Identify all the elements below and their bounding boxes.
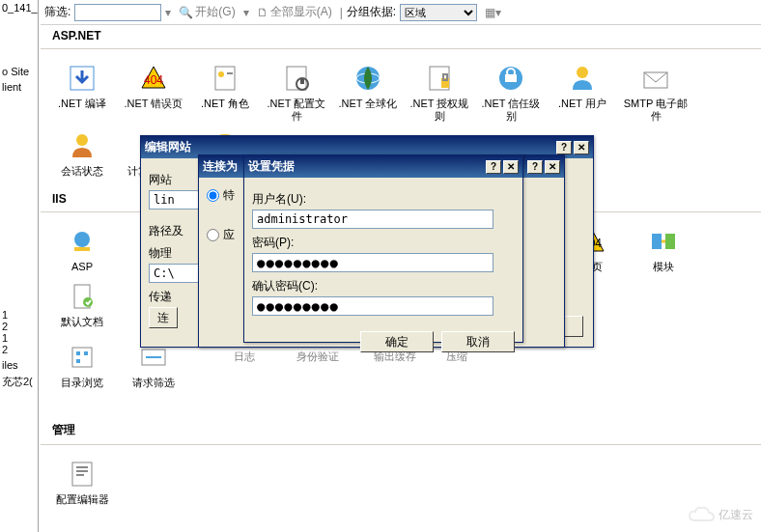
net-trust-item[interactable]: .NET 信任级别 — [477, 59, 545, 126]
help-button[interactable]: ? — [527, 160, 543, 174]
icon-label: 目录浏览 — [61, 377, 103, 389]
close-button[interactable]: ✕ — [574, 141, 589, 154]
watermark: 亿速云 — [688, 505, 753, 524]
section-aspnet: ASP.NET — [41, 25, 761, 46]
group-label: 分组依据: — [347, 4, 396, 20]
svg-rect-34 — [76, 359, 80, 363]
dirbrowse-item[interactable]: 目录浏览 — [48, 338, 116, 393]
password-input[interactable] — [252, 253, 493, 272]
icon-label: 请求筛选 — [132, 377, 175, 389]
net-error-item[interactable]: 404 .NET 错误页 — [120, 59, 187, 126]
icon-label: ASP — [71, 261, 93, 273]
svg-rect-27 — [652, 234, 662, 249]
username-label: 用户名(U): — [252, 191, 515, 208]
help-button[interactable]: ? — [556, 141, 572, 154]
tree-pane: 0_141_ o Site lient 1 2 1 2 iles 充芯2( — [0, 0, 39, 532]
icon-label: .NET 配置文件 — [265, 98, 328, 123]
net-role-item[interactable]: .NET 角色 — [191, 59, 259, 126]
svg-point-3 — [218, 71, 224, 77]
svg-point-15 — [577, 67, 588, 78]
tree-text-1: 0_141_ — [0, 0, 38, 15]
group-select[interactable]: 区域 — [400, 4, 477, 21]
session-item[interactable]: 会话状态 — [48, 126, 116, 182]
view-button[interactable]: ▦▾ — [481, 5, 505, 20]
username-input[interactable] — [252, 210, 493, 229]
svg-rect-2 — [215, 67, 235, 90]
smtp-item[interactable]: SMTP 电子邮件 — [620, 59, 691, 126]
svg-rect-33 — [84, 351, 88, 355]
credentials-dialog: 设置凭据 ? ✕ 用户名(U): 密码(P): 确认密码(C): 确定 取消 — [243, 154, 523, 343]
radio-specific[interactable] — [207, 189, 219, 202]
toolbar-sep-1: ▾ — [165, 6, 171, 19]
section-divider — [41, 444, 761, 445]
toolbar: 筛选: ▾ 🔍 开始(G) ▾ 🗋 全部显示(A) | 分组依据: 区域 ▦▾ — [41, 0, 761, 25]
icon-label: 配置编辑器 — [56, 493, 109, 506]
tree-text-3: lient — [0, 79, 38, 95]
tree-nums: 1 2 1 2 — [0, 307, 38, 357]
conn-button[interactable]: 连 — [149, 307, 178, 328]
dialog-title: 设置凭据 — [248, 158, 484, 175]
radio-label: 特 — [223, 187, 235, 204]
go-label: 开始(G) — [195, 4, 235, 20]
svg-rect-23 — [74, 247, 90, 251]
net-auth-item[interactable]: .NET 授权规则 — [406, 59, 473, 126]
svg-point-22 — [74, 232, 90, 247]
module-item[interactable]: 模块 — [630, 222, 697, 277]
icon-label: SMTP 电子邮件 — [622, 98, 690, 123]
net-global-item[interactable]: .NET 全球化 — [334, 59, 402, 126]
close-button[interactable]: ✕ — [545, 160, 560, 174]
tree-text-5: 充芯2( — [0, 373, 38, 391]
close-button[interactable]: ✕ — [503, 160, 519, 174]
cloud-icon — [688, 505, 715, 524]
svg-rect-38 — [76, 470, 88, 472]
session-icon — [67, 130, 98, 161]
svg-rect-4 — [227, 72, 233, 74]
svg-rect-39 — [76, 474, 84, 476]
help-button[interactable]: ? — [486, 160, 501, 174]
section-mgmt: 管理 — [41, 418, 761, 442]
showall-label: 全部显示(A) — [270, 4, 332, 20]
dirbrowse-icon — [67, 342, 98, 373]
watermark-text: 亿速云 — [719, 507, 753, 523]
mail-icon — [640, 63, 671, 94]
net-profile-item[interactable]: .NET 配置文件 — [263, 59, 330, 126]
icon-label: .NET 信任级别 — [479, 98, 543, 123]
radio-app[interactable] — [207, 229, 219, 241]
icon-label: 模块 — [653, 261, 674, 273]
icon-label: .NET 全球化 — [339, 98, 398, 110]
radio-label: 应 — [223, 227, 235, 243]
net-compile-item[interactable]: .NET 编译 — [48, 59, 116, 126]
defaultdoc-item[interactable]: 默认文档 — [48, 277, 116, 332]
asp-item[interactable]: ASP — [48, 222, 116, 277]
asp-icon — [67, 226, 98, 257]
showall-button[interactable]: 🗋 全部显示(A) — [253, 3, 336, 21]
showall-icon: 🗋 — [257, 6, 268, 19]
config-editor-item[interactable]: 配置编辑器 — [48, 455, 116, 510]
confirm-label: 确认密码(C): — [252, 278, 515, 294]
filter-label: 筛选: — [44, 4, 70, 20]
svg-rect-7 — [300, 78, 304, 84]
role-icon — [210, 63, 240, 94]
toolbar-sep-2: | — [340, 6, 343, 19]
mgmt-grid: 配置编辑器 — [41, 449, 761, 516]
svg-point-30 — [83, 297, 93, 307]
svg-rect-32 — [76, 351, 80, 355]
dialog-buttons: 确定 取消 — [244, 323, 522, 360]
net-user-item[interactable]: .NET 用户 — [549, 59, 616, 126]
compile-icon — [67, 63, 98, 94]
icon-label: .NET 授权规则 — [408, 98, 471, 123]
password-label: 密码(P): — [252, 235, 515, 251]
cancel-button[interactable]: 取消 — [441, 331, 515, 352]
section-divider — [41, 48, 761, 49]
svg-rect-28 — [665, 234, 675, 249]
tree-text-2: o Site — [0, 64, 38, 79]
ok-button[interactable]: 确定 — [360, 331, 434, 352]
filter-input[interactable] — [74, 4, 161, 21]
dialog-title: 编辑网站 — [145, 139, 554, 155]
go-button[interactable]: 🔍 开始(G) — [175, 3, 239, 21]
confirm-input[interactable] — [252, 296, 493, 316]
profile-icon — [281, 63, 312, 94]
trust-icon — [495, 63, 526, 94]
error-404-icon: 404 — [138, 63, 169, 94]
svg-rect-37 — [76, 466, 88, 468]
